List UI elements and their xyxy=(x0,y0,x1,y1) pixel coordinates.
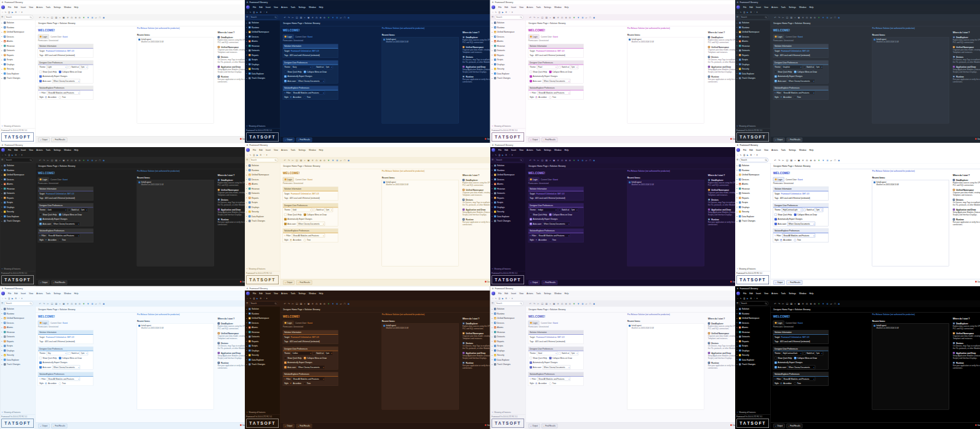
find-results-button[interactable]: ▸ Find Results xyxy=(297,423,313,428)
displays-icon[interactable]: ▥ xyxy=(253,154,255,156)
more-caret-icon[interactable]: ▾ xyxy=(756,154,757,156)
recent-icon[interactable]: ◔ xyxy=(263,154,265,156)
redo-icon[interactable]: ↷ xyxy=(778,159,780,161)
expander-icon[interactable]: ▸ xyxy=(246,326,248,328)
copy-icon[interactable]: ▤ xyxy=(786,302,788,305)
paste-icon[interactable]: ▦ xyxy=(300,159,303,161)
start-entry-application-and-draw[interactable]: ✎Application and DrawSetup Application M… xyxy=(218,66,245,73)
help-icon[interactable]: ◉ xyxy=(348,302,349,305)
zoom-in-icon[interactable]: ⊕ xyxy=(565,302,567,305)
style-tree-radio[interactable] xyxy=(59,382,62,385)
sidebar-item-data-explorer[interactable]: ▸◎Data Explorer xyxy=(0,71,36,76)
menu-item-help[interactable]: Help xyxy=(563,6,570,9)
find-results-button[interactable]: ▸ Find Results xyxy=(541,423,557,428)
style-accordion-radio[interactable] xyxy=(290,96,292,98)
export-tags-icon[interactable]: ▼ xyxy=(87,302,89,305)
start-entry-runtime[interactable]: ▶RuntimeRun your application or verify t… xyxy=(953,361,980,369)
menu-item-actions[interactable]: Actions xyxy=(280,149,290,151)
expander-icon[interactable]: ▸ xyxy=(246,170,248,172)
menu-item-window[interactable]: Window xyxy=(797,6,808,9)
recent-item[interactable]: InitialLayout Modified on 23/01/2024 10:… xyxy=(629,39,703,43)
filter-icon[interactable]: ▽ xyxy=(492,125,493,127)
zoom-out-icon[interactable]: ⊖ xyxy=(814,16,816,18)
start-entry-unified-namespace[interactable]: ◆Unified NamespaceOrganize your data mod… xyxy=(463,332,490,339)
layout-icon[interactable]: ▱ xyxy=(585,159,587,161)
expander-icon[interactable]: ▸ xyxy=(1,183,3,185)
style-accordion-radio[interactable] xyxy=(45,96,47,98)
cut-icon[interactable]: ✂ xyxy=(292,302,294,305)
start-entry-dataexplorer[interactable]: ◈DataExplorerExplore data sources using … xyxy=(953,322,980,329)
style-accordion-radio[interactable] xyxy=(780,96,783,98)
sidebar-item-runtime[interactable]: ▸▶Runtime xyxy=(0,25,36,30)
expander-icon[interactable]: ▸ xyxy=(246,183,248,185)
start-entry-application-and-draw[interactable]: ✎Application and DrawSetup Application M… xyxy=(953,351,980,359)
undo-icon[interactable]: ↶ xyxy=(39,159,41,161)
hamburger-icon[interactable]: ☰ xyxy=(736,159,738,162)
preview-icon[interactable]: ✳ xyxy=(802,159,803,161)
expander-icon[interactable]: ▸ xyxy=(1,198,3,199)
expander-icon[interactable]: ▸ xyxy=(491,174,493,176)
home-icon[interactable]: ⌂ xyxy=(2,297,3,299)
autosave-select[interactable]: When Closing Documents ▾ xyxy=(297,365,325,369)
menu-item-insert[interactable]: Insert xyxy=(754,292,762,294)
filter-icon[interactable]: ▽ xyxy=(736,411,738,413)
redo-icon[interactable]: ↷ xyxy=(533,16,535,18)
menu-item-edit[interactable]: Edit xyxy=(503,149,509,151)
collapse-menu-checkbox[interactable] xyxy=(59,214,62,216)
switch-time-select[interactable]: 7pm ▾ xyxy=(325,351,333,355)
paste-icon[interactable]: ▦ xyxy=(790,302,792,305)
sidebar-item-alarms[interactable]: ▸◉Alarms xyxy=(0,39,36,44)
more-caret-icon[interactable]: ▾ xyxy=(511,297,512,299)
zoom-in-icon[interactable]: ⊕ xyxy=(565,16,567,18)
collapse-menu-checkbox[interactable] xyxy=(549,214,551,216)
edit-icon[interactable]: ✎ xyxy=(5,297,7,299)
expander-icon[interactable]: ▸ xyxy=(736,59,738,61)
expander-icon[interactable]: ▸ xyxy=(736,326,738,328)
expander-icon[interactable]: ▸ xyxy=(491,59,493,61)
menu-item-window[interactable]: Window xyxy=(552,149,563,151)
start-entry-runtime[interactable]: ▶RuntimeRun your application or verify t… xyxy=(463,76,490,83)
print-icon[interactable]: ▣ xyxy=(797,159,800,161)
run-icon[interactable]: ▶ xyxy=(12,154,14,156)
expander-icon[interactable]: ▸ xyxy=(491,340,493,342)
menu-item-window[interactable]: Window xyxy=(308,6,318,9)
switch-at-checkbox[interactable] xyxy=(68,209,71,211)
sidebar-item-displays[interactable]: ▸▭Displays xyxy=(735,62,771,67)
start-entry-devices[interactable]: ▦DevicesOn Devices, map Tags to read/wri… xyxy=(953,56,980,63)
settings-icon[interactable]: ⚙ xyxy=(15,154,17,156)
sidebar-item-reports[interactable]: ▸▥Reports xyxy=(490,339,526,343)
delete-icon[interactable]: × xyxy=(794,159,795,161)
breadcrumb[interactable]: Designer Home Page > Solution: Brewery xyxy=(281,20,490,26)
export-tags-icon[interactable]: ▼ xyxy=(577,159,580,161)
more-caret-icon[interactable]: ▾ xyxy=(22,154,23,156)
expander-icon[interactable]: ▸ xyxy=(1,363,3,365)
start-entry-dataexplorer[interactable]: ◈DataExplorerExplore data sources using … xyxy=(218,36,245,44)
switch-time-select[interactable]: 7pm ▾ xyxy=(80,351,89,355)
sidebar-item-data-explorer[interactable]: ▸◎Data Explorer xyxy=(735,357,771,362)
autosave-select[interactable]: When Closing Documents ▾ xyxy=(543,222,570,227)
displays-icon[interactable]: ▥ xyxy=(253,11,255,13)
import-tags-icon[interactable]: ▼ xyxy=(573,302,575,305)
tag-hierarchy-icon[interactable]: ≣ xyxy=(91,159,93,161)
start-entry-unified-namespace[interactable]: ◆Unified NamespaceOrganize your data mod… xyxy=(707,189,735,196)
expander-icon[interactable]: ▸ xyxy=(491,326,493,328)
search-input[interactable]: Search xyxy=(495,15,524,20)
hamburger-icon[interactable]: ☰ xyxy=(246,16,248,19)
paste-icon[interactable]: ▦ xyxy=(545,302,548,305)
zoom-in-icon[interactable]: ⊕ xyxy=(565,159,567,161)
start-entry-unified-namespace[interactable]: ◆Unified NamespaceOrganize your data mod… xyxy=(707,46,735,54)
sidebar-item-security[interactable]: ▸▲Security xyxy=(735,66,771,71)
menu-item-insert[interactable]: Insert xyxy=(509,149,517,151)
expander-icon[interactable]: ▸ xyxy=(736,363,738,365)
expander-icon[interactable]: ▸ xyxy=(1,73,3,74)
sidebar-item-alarms[interactable]: ▸◉Alarms xyxy=(490,325,526,330)
menu-item-window[interactable]: Window xyxy=(62,6,73,9)
sidebar-item-solution[interactable]: ▸⚙Solution xyxy=(490,307,526,311)
breadcrumb[interactable]: Designer Home Page > Solution: Brewery xyxy=(281,164,490,169)
menu-item-insert[interactable]: Insert xyxy=(19,149,27,151)
expander-icon[interactable]: ▸ xyxy=(491,179,493,181)
run-icon[interactable]: ▶ xyxy=(747,297,749,299)
find-results-button[interactable]: ▸ Find Results xyxy=(297,281,313,285)
layout-icon[interactable]: ▱ xyxy=(830,159,832,161)
help-icon[interactable]: ◉ xyxy=(103,302,105,305)
